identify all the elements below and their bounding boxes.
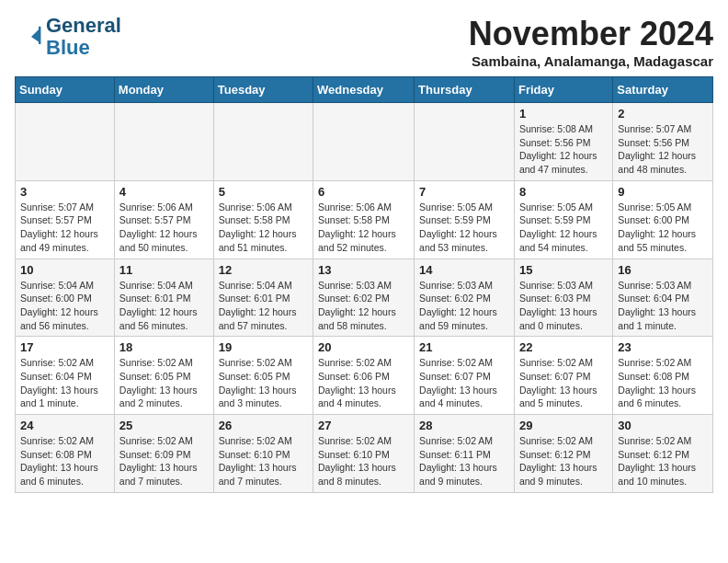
location: Sambaina, Analamanga, Madagascar xyxy=(469,53,713,69)
calendar-cell: 1Sunrise: 5:08 AM Sunset: 5:56 PM Daylig… xyxy=(514,103,612,181)
day-info: Sunrise: 5:04 AM Sunset: 6:01 PM Dayligh… xyxy=(119,279,209,333)
day-number: 22 xyxy=(519,340,608,354)
day-number: 23 xyxy=(618,340,708,354)
day-info: Sunrise: 5:03 AM Sunset: 6:03 PM Dayligh… xyxy=(519,279,608,333)
calendar-cell: 11Sunrise: 5:04 AM Sunset: 6:01 PM Dayli… xyxy=(114,259,213,337)
day-info: Sunrise: 5:02 AM Sunset: 6:07 PM Dayligh… xyxy=(519,356,608,410)
month-title: November 2024 xyxy=(469,15,713,53)
day-info: Sunrise: 5:02 AM Sunset: 6:05 PM Dayligh… xyxy=(219,356,308,410)
calendar-cell: 8Sunrise: 5:05 AM Sunset: 5:59 PM Daylig… xyxy=(514,180,612,259)
weekday-header-cell: Thursday xyxy=(415,77,515,103)
logo-icon xyxy=(17,22,46,52)
day-info: Sunrise: 5:04 AM Sunset: 6:00 PM Dayligh… xyxy=(20,279,109,333)
logo-line2: Blue xyxy=(46,37,121,59)
day-number: 26 xyxy=(219,419,308,432)
day-info: Sunrise: 5:02 AM Sunset: 6:11 PM Dayligh… xyxy=(419,434,509,488)
calendar-table: SundayMondayTuesdayWednesdayThursdayFrid… xyxy=(15,76,713,493)
calendar-week-row: 24Sunrise: 5:02 AM Sunset: 6:08 PM Dayli… xyxy=(16,415,713,493)
day-info: Sunrise: 5:03 AM Sunset: 6:02 PM Dayligh… xyxy=(419,279,509,333)
day-info: Sunrise: 5:06 AM Sunset: 5:57 PM Dayligh… xyxy=(119,201,209,255)
day-number: 30 xyxy=(618,419,708,432)
day-number: 5 xyxy=(219,185,308,199)
day-number: 1 xyxy=(519,107,608,121)
logo: General Blue xyxy=(15,15,121,59)
weekday-header-cell: Tuesday xyxy=(213,77,313,103)
calendar-cell: 24Sunrise: 5:02 AM Sunset: 6:08 PM Dayli… xyxy=(16,415,115,493)
calendar-week-row: 3Sunrise: 5:07 AM Sunset: 5:57 PM Daylig… xyxy=(16,180,713,259)
day-number: 4 xyxy=(119,185,209,199)
calendar-cell: 10Sunrise: 5:04 AM Sunset: 6:00 PM Dayli… xyxy=(16,259,115,337)
day-info: Sunrise: 5:02 AM Sunset: 6:12 PM Dayligh… xyxy=(618,434,708,488)
day-info: Sunrise: 5:02 AM Sunset: 6:06 PM Dayligh… xyxy=(318,356,409,410)
day-number: 15 xyxy=(519,263,608,277)
calendar-cell: 6Sunrise: 5:06 AM Sunset: 5:58 PM Daylig… xyxy=(313,180,415,259)
calendar-cell: 13Sunrise: 5:03 AM Sunset: 6:02 PM Dayli… xyxy=(313,259,415,337)
weekday-header-cell: Wednesday xyxy=(313,77,415,103)
weekday-header-cell: Monday xyxy=(114,77,213,103)
day-info: Sunrise: 5:02 AM Sunset: 6:12 PM Dayligh… xyxy=(519,434,608,488)
calendar-cell: 30Sunrise: 5:02 AM Sunset: 6:12 PM Dayli… xyxy=(613,415,713,493)
day-info: Sunrise: 5:02 AM Sunset: 6:08 PM Dayligh… xyxy=(20,434,109,488)
calendar-cell: 2Sunrise: 5:07 AM Sunset: 5:56 PM Daylig… xyxy=(613,103,713,181)
weekday-header-cell: Sunday xyxy=(16,77,115,103)
day-number: 11 xyxy=(119,263,209,277)
day-info: Sunrise: 5:02 AM Sunset: 6:09 PM Dayligh… xyxy=(119,434,209,488)
calendar-cell: 7Sunrise: 5:05 AM Sunset: 5:59 PM Daylig… xyxy=(415,180,515,259)
day-number: 10 xyxy=(20,263,109,277)
day-info: Sunrise: 5:02 AM Sunset: 6:10 PM Dayligh… xyxy=(318,434,409,488)
svg-rect-2 xyxy=(39,27,40,44)
calendar-week-row: 17Sunrise: 5:02 AM Sunset: 6:04 PM Dayli… xyxy=(16,337,713,415)
day-number: 9 xyxy=(618,185,708,199)
calendar-cell xyxy=(313,103,415,181)
calendar-cell: 26Sunrise: 5:02 AM Sunset: 6:10 PM Dayli… xyxy=(213,415,313,493)
weekday-header-row: SundayMondayTuesdayWednesdayThursdayFrid… xyxy=(16,77,713,103)
day-info: Sunrise: 5:02 AM Sunset: 6:10 PM Dayligh… xyxy=(219,434,308,488)
day-info: Sunrise: 5:03 AM Sunset: 6:02 PM Dayligh… xyxy=(318,279,409,333)
page-header: General Blue November 2024 Sambaina, Ana… xyxy=(15,15,713,69)
calendar-cell: 12Sunrise: 5:04 AM Sunset: 6:01 PM Dayli… xyxy=(213,259,313,337)
day-info: Sunrise: 5:02 AM Sunset: 6:05 PM Dayligh… xyxy=(119,356,209,410)
day-number: 12 xyxy=(219,263,308,277)
calendar-cell: 21Sunrise: 5:02 AM Sunset: 6:07 PM Dayli… xyxy=(415,337,515,415)
day-info: Sunrise: 5:03 AM Sunset: 6:04 PM Dayligh… xyxy=(618,279,708,333)
day-number: 3 xyxy=(20,185,109,199)
day-number: 13 xyxy=(318,263,409,277)
day-number: 17 xyxy=(20,340,109,354)
day-number: 29 xyxy=(519,419,608,432)
day-number: 7 xyxy=(419,185,509,199)
day-number: 16 xyxy=(618,263,708,277)
day-info: Sunrise: 5:02 AM Sunset: 6:04 PM Dayligh… xyxy=(20,356,109,410)
calendar-cell xyxy=(16,103,115,181)
day-number: 6 xyxy=(318,185,409,199)
calendar-cell: 15Sunrise: 5:03 AM Sunset: 6:03 PM Dayli… xyxy=(514,259,612,337)
day-number: 25 xyxy=(119,419,209,432)
calendar-week-row: 1Sunrise: 5:08 AM Sunset: 5:56 PM Daylig… xyxy=(16,103,713,181)
day-info: Sunrise: 5:04 AM Sunset: 6:01 PM Dayligh… xyxy=(219,279,308,333)
day-number: 27 xyxy=(318,419,409,432)
calendar-week-row: 10Sunrise: 5:04 AM Sunset: 6:00 PM Dayli… xyxy=(16,259,713,337)
calendar-cell: 5Sunrise: 5:06 AM Sunset: 5:58 PM Daylig… xyxy=(213,180,313,259)
day-number: 24 xyxy=(20,419,109,432)
day-info: Sunrise: 5:05 AM Sunset: 5:59 PM Dayligh… xyxy=(419,201,509,255)
calendar-cell: 16Sunrise: 5:03 AM Sunset: 6:04 PM Dayli… xyxy=(613,259,713,337)
day-info: Sunrise: 5:02 AM Sunset: 6:07 PM Dayligh… xyxy=(419,356,509,410)
weekday-header-cell: Saturday xyxy=(613,77,713,103)
day-info: Sunrise: 5:05 AM Sunset: 5:59 PM Dayligh… xyxy=(519,201,608,255)
logo-text: General Blue xyxy=(46,15,121,59)
calendar-cell xyxy=(114,103,213,181)
calendar-cell xyxy=(415,103,515,181)
day-info: Sunrise: 5:07 AM Sunset: 5:56 PM Dayligh… xyxy=(618,122,708,177)
day-info: Sunrise: 5:02 AM Sunset: 6:08 PM Dayligh… xyxy=(618,356,708,410)
day-number: 20 xyxy=(318,340,409,354)
day-number: 19 xyxy=(219,340,308,354)
day-number: 2 xyxy=(618,107,708,121)
calendar-cell: 29Sunrise: 5:02 AM Sunset: 6:12 PM Dayli… xyxy=(514,415,612,493)
calendar-cell: 4Sunrise: 5:06 AM Sunset: 5:57 PM Daylig… xyxy=(114,180,213,259)
calendar-cell: 22Sunrise: 5:02 AM Sunset: 6:07 PM Dayli… xyxy=(514,337,612,415)
day-number: 18 xyxy=(119,340,209,354)
calendar-cell: 27Sunrise: 5:02 AM Sunset: 6:10 PM Dayli… xyxy=(313,415,415,493)
day-info: Sunrise: 5:06 AM Sunset: 5:58 PM Dayligh… xyxy=(318,201,409,255)
day-info: Sunrise: 5:07 AM Sunset: 5:57 PM Dayligh… xyxy=(20,201,109,255)
logo-line1: General xyxy=(46,15,121,37)
weekday-header-cell: Friday xyxy=(514,77,612,103)
